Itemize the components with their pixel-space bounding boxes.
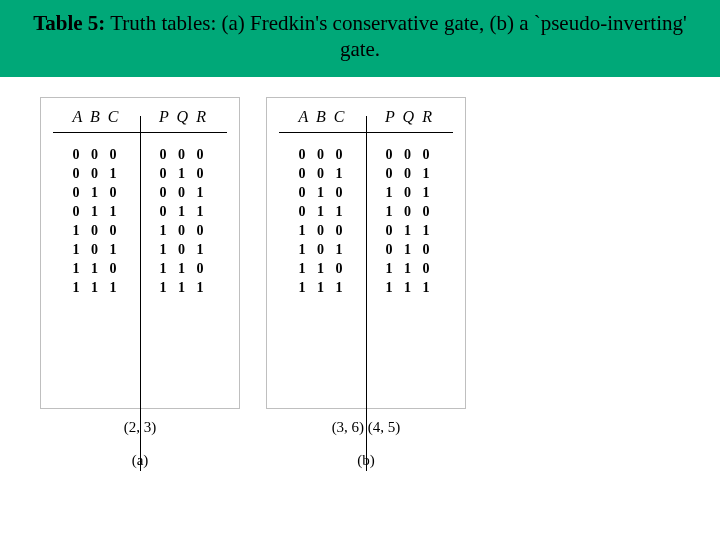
table-b-outputs: 0 0 0 0 0 1 1 0 1 1 0 0 0 1 1 0 1 0 1 1 …	[366, 147, 453, 296]
table-b-divider	[366, 116, 367, 471]
table-row: 1 1 1	[160, 280, 208, 296]
table-a-inputs: 0 0 0 0 0 1 0 1 0 0 1 1 1 0 0 1 0 1 1 1 …	[53, 147, 140, 296]
table-a-header-in: A B C	[53, 108, 140, 126]
table-row: 0 0 1	[386, 166, 434, 182]
table-a-divider	[140, 116, 141, 471]
truth-table-b: A B C P Q R 0 0 0 0 0 1 0 1 0 0 1 1 1 0 …	[266, 97, 466, 409]
table-row: 1 0 1	[73, 242, 121, 258]
table-row: 1 0 0	[299, 223, 347, 239]
table-row: 1 0 0	[73, 223, 121, 239]
table-row: 0 1 1	[299, 204, 347, 220]
table-row: 0 1 0	[73, 185, 121, 201]
table-row: 1 1 1	[73, 280, 121, 296]
table-row: 1 0 0	[386, 204, 434, 220]
truth-table-a: A B C P Q R 0 0 0 0 0 1 0 1 0 0 1 1 1 0 …	[40, 97, 240, 409]
table-row: 0 1 1	[386, 223, 434, 239]
table-row: 1 1 0	[73, 261, 121, 277]
table-row: 1 0 1	[386, 185, 434, 201]
table-row: 1 0 1	[160, 242, 208, 258]
table-row: 0 1 0	[160, 166, 208, 182]
table-caption: Table 5: Truth tables: (a) Fredkin's con…	[0, 0, 720, 77]
figure-area: A B C P Q R 0 0 0 0 0 1 0 1 0 0 1 1 1 0 …	[0, 77, 720, 469]
table-b-inputs: 0 0 0 0 0 1 0 1 0 0 1 1 1 0 0 1 0 1 1 1 …	[279, 147, 366, 296]
table-a-outputs: 0 0 0 0 1 0 0 0 1 0 1 1 1 0 0 1 0 1 1 1 …	[140, 147, 227, 296]
table-b-header-out: P Q R	[366, 108, 453, 126]
table-a-header-out: P Q R	[140, 108, 227, 126]
table-row: 0 0 0	[160, 147, 208, 163]
table-row: 0 1 0	[386, 242, 434, 258]
table-row: 0 0 1	[73, 166, 121, 182]
table-row: 0 0 1	[299, 166, 347, 182]
panel-a-wrap: A B C P Q R 0 0 0 0 0 1 0 1 0 0 1 1 1 0 …	[40, 97, 240, 469]
table-b-rows: 0 0 0 0 0 1 0 1 0 0 1 1 1 0 0 1 0 1 1 1 …	[279, 147, 453, 296]
table-row: 1 1 0	[299, 261, 347, 277]
table-row: 0 0 0	[386, 147, 434, 163]
table-row: 0 0 0	[299, 147, 347, 163]
table-label: Table 5:	[33, 11, 105, 35]
table-row: 1 0 1	[299, 242, 347, 258]
table-row: 1 1 1	[386, 280, 434, 296]
table-row: 0 1 0	[299, 185, 347, 201]
table-row: 1 0 0	[160, 223, 208, 239]
table-row: 1 1 0	[386, 261, 434, 277]
table-row: 1 1 1	[299, 280, 347, 296]
table-a-rows: 0 0 0 0 0 1 0 1 0 0 1 1 1 0 0 1 0 1 1 1 …	[53, 147, 227, 296]
table-caption-text: Truth tables: (a) Fredkin's conservative…	[105, 11, 686, 61]
panel-b-wrap: A B C P Q R 0 0 0 0 0 1 0 1 0 0 1 1 1 0 …	[266, 97, 466, 469]
table-row: 0 1 1	[73, 204, 121, 220]
table-row: 1 1 0	[160, 261, 208, 277]
table-b-header-in: A B C	[279, 108, 366, 126]
table-row: 0 0 1	[160, 185, 208, 201]
table-row: 0 1 1	[160, 204, 208, 220]
table-row: 0 0 0	[73, 147, 121, 163]
